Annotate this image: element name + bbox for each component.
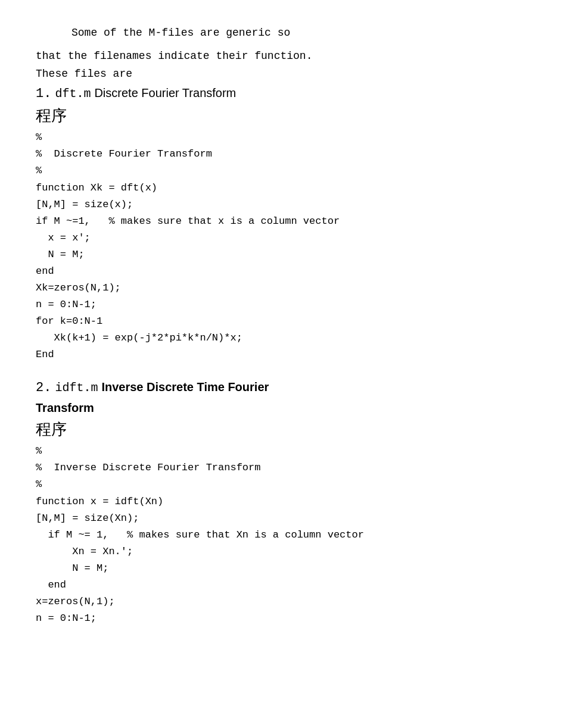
section1-description: Discrete Fourier Transform — [94, 83, 236, 102]
section1-filename: dft.m — [55, 85, 91, 104]
section1-code: % % Discrete Fourier Transform % functio… — [36, 129, 527, 363]
section2-number: 2. — [36, 377, 51, 398]
section1-number: 1. — [36, 83, 51, 104]
intro-line1: Some of the M-files are generic so — [36, 24, 527, 42]
section1-chinese: 程序 — [36, 105, 527, 127]
page-content: Some of the M-files are generic so that … — [36, 24, 527, 627]
section2-chinese: 程序 — [36, 419, 527, 440]
section2-filename: idft.m — [55, 379, 98, 398]
section1-heading: 1. dft.m Discrete Fourier Transform — [36, 83, 527, 104]
intro-line2: that the filenames indicate their functi… — [36, 47, 527, 65]
section2-description-bold: Transform — [36, 401, 94, 414]
section2-code: % % Inverse Discrete Fourier Transform %… — [36, 443, 527, 627]
section2-description-normal: Inverse Discrete Time Fourier — [101, 377, 269, 396]
section2-heading: 2. idft.m Inverse Discrete Time Fourier — [36, 377, 527, 398]
intro-line3: These files are — [36, 65, 527, 83]
